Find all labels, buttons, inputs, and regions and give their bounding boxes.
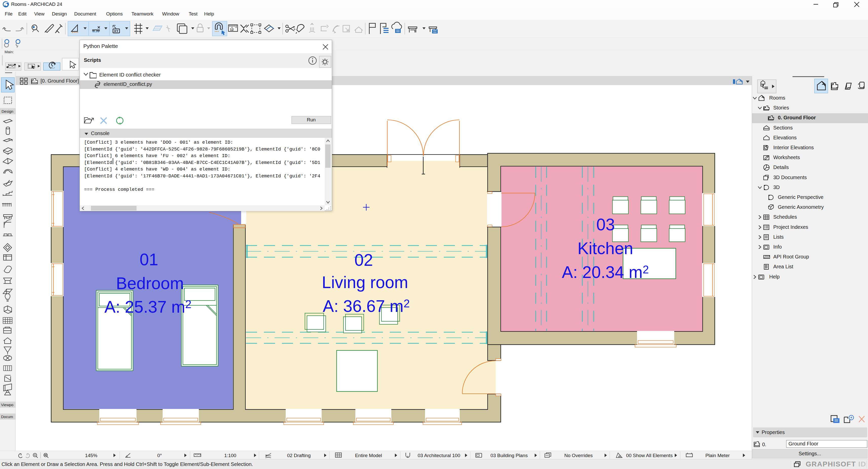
svg-text:Kitchen: Kitchen	[578, 239, 633, 258]
svg-text:02: 02	[354, 251, 373, 269]
svg-text:01: 01	[140, 250, 158, 269]
svg-text:Living room: Living room	[322, 273, 408, 292]
svg-text:A: 20.34 m2: A: 20.34 m2	[562, 263, 649, 282]
svg-text:03: 03	[596, 215, 615, 234]
svg-text:A: 36.67 m2: A: 36.67 m2	[323, 297, 410, 316]
svg-text:Bedroom: Bedroom	[116, 274, 184, 293]
svg-text:A: 25.37 m2: A: 25.37 m2	[104, 297, 191, 316]
